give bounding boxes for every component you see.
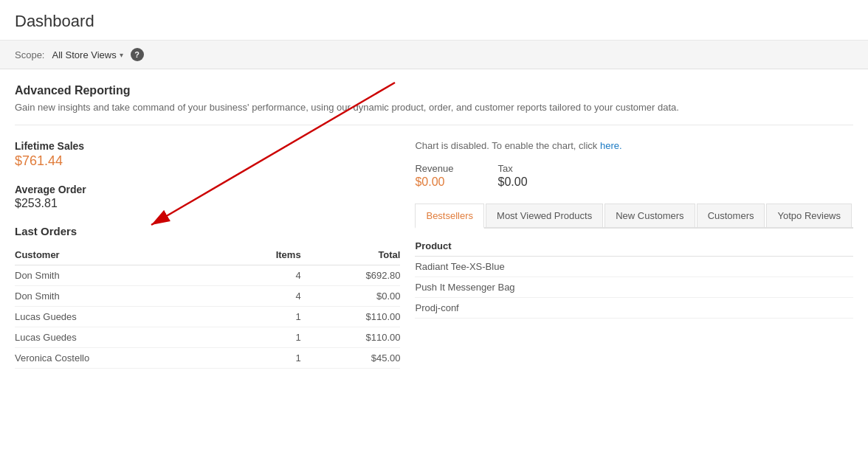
advanced-reporting-heading: Advanced Reporting (15, 84, 853, 97)
product-name: Prodj-conf (415, 298, 853, 319)
order-customer: Lucas Guedes (15, 307, 229, 327)
list-item: Radiant Tee-XS-Blue (415, 257, 853, 277)
revenue-label: Revenue (415, 163, 453, 174)
table-row: Veronica Costello 1 $45.00 (15, 348, 400, 369)
last-orders-section: Last Orders Customer Items Total Don Smi… (15, 225, 400, 369)
list-item: Push It Messenger Bag (415, 277, 853, 298)
last-orders-heading: Last Orders (15, 225, 400, 237)
table-row: Don Smith 4 $0.00 (15, 286, 400, 307)
revenue-section: Revenue $0.00 (415, 163, 453, 189)
product-table: Product Radiant Tee-XS-BluePush It Messe… (415, 236, 853, 319)
orders-col-total: Total (301, 245, 401, 265)
average-order-value: $253.81 (15, 197, 400, 210)
order-items: 1 (229, 327, 300, 348)
table-row: Lucas Guedes 1 $110.00 (15, 327, 400, 348)
order-total: $110.00 (301, 307, 401, 327)
scope-value: All Store Views (52, 49, 116, 60)
lifetime-sales-section: Lifetime Sales $761.44 (15, 140, 400, 169)
scope-selector[interactable]: All Store Views ▾ (52, 49, 123, 60)
page-wrapper: Dashboard Scope: All Store Views ▾ ? Adv… (0, 0, 868, 452)
list-item: Prodj-conf (415, 298, 853, 319)
lifetime-sales-label: Lifetime Sales (15, 140, 400, 152)
lifetime-sales-value: $761.44 (15, 153, 400, 169)
order-items: 4 (229, 286, 300, 307)
tab-bestsellers[interactable]: Bestsellers (415, 204, 484, 229)
orders-col-items: Items (229, 245, 300, 265)
scope-label: Scope: (15, 49, 44, 60)
tab-new-customers[interactable]: New Customers (604, 204, 695, 227)
orders-table: Customer Items Total Don Smith 4 $692.80… (15, 245, 400, 369)
enable-chart-link[interactable]: here. (600, 140, 622, 151)
order-total: $110.00 (301, 327, 401, 348)
product-name: Push It Messenger Bag (415, 277, 853, 298)
chevron-down-icon: ▾ (120, 51, 123, 59)
table-row: Lucas Guedes 1 $110.00 (15, 307, 400, 327)
right-panel: Chart is disabled. To enable the chart, … (415, 140, 853, 369)
order-customer: Don Smith (15, 265, 229, 286)
tabs-row: BestsellersMost Viewed ProductsNew Custo… (415, 204, 853, 229)
tax-value: $0.00 (498, 175, 528, 189)
product-name: Radiant Tee-XS-Blue (415, 257, 853, 277)
tab-most-viewed[interactable]: Most Viewed Products (486, 204, 603, 227)
tab-yotpo[interactable]: Yotpo Reviews (766, 204, 852, 227)
revenue-value: $0.00 (415, 175, 453, 189)
order-items: 1 (229, 307, 300, 327)
scope-bar: Scope: All Store Views ▾ ? (0, 41, 868, 69)
tax-section: Tax $0.00 (498, 163, 528, 189)
tax-label: Tax (498, 163, 528, 174)
table-row: Don Smith 4 $692.80 (15, 265, 400, 286)
left-panel: Lifetime Sales $761.44 Average Order $25… (15, 140, 400, 369)
product-col-header: Product (415, 236, 853, 257)
order-total: $45.00 (301, 348, 401, 369)
order-customer: Don Smith (15, 286, 229, 307)
tab-customers[interactable]: Customers (697, 204, 765, 227)
orders-col-customer: Customer (15, 245, 229, 265)
average-order-label: Average Order (15, 184, 400, 195)
order-customer: Veronica Costello (15, 348, 229, 369)
help-icon[interactable]: ? (131, 48, 144, 61)
advanced-reporting-description: Gain new insights and take command of yo… (15, 102, 853, 113)
advanced-reporting-section: Advanced Reporting Gain new insights and… (15, 84, 853, 125)
order-customer: Lucas Guedes (15, 327, 229, 348)
order-total: $692.80 (301, 265, 401, 286)
order-items: 1 (229, 348, 300, 369)
page-title: Dashboard (0, 0, 868, 41)
chart-disabled-message: Chart is disabled. To enable the chart, … (415, 140, 853, 151)
main-content: Advanced Reporting Gain new insights and… (0, 69, 868, 383)
dashboard-grid: Lifetime Sales $761.44 Average Order $25… (15, 140, 853, 369)
order-total: $0.00 (301, 286, 401, 307)
average-order-section: Average Order $253.81 (15, 184, 400, 210)
order-items: 4 (229, 265, 300, 286)
revenue-tax-row: Revenue $0.00 Tax $0.00 (415, 163, 853, 189)
